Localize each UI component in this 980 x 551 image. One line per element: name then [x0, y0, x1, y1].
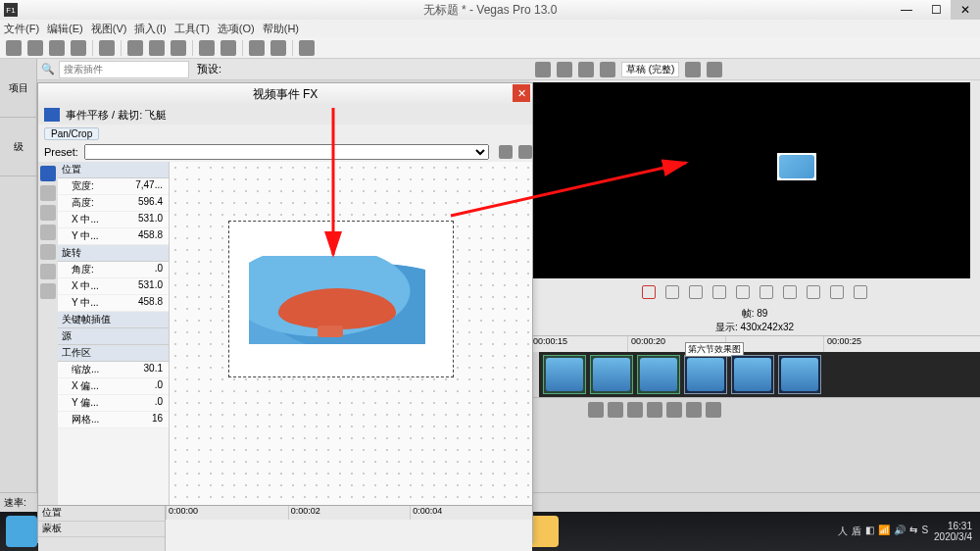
- clip-3[interactable]: [637, 355, 680, 394]
- play-start-button[interactable]: [689, 285, 703, 299]
- sidebar-tab-levels[interactable]: 级: [0, 118, 36, 176]
- help-icon[interactable]: [299, 40, 315, 56]
- prop-grid-value[interactable]: 16: [152, 413, 163, 426]
- play-button[interactable]: [712, 285, 726, 299]
- tl-tool-normal-icon[interactable]: [588, 402, 604, 418]
- prop-group-keyframe[interactable]: 关键帧插值: [58, 312, 169, 328]
- go-start-button[interactable]: [783, 285, 797, 299]
- props-icon[interactable]: [99, 40, 115, 56]
- timeline-ruler[interactable]: 00:00:15 00:00:20 00:00:25: [529, 336, 980, 352]
- tl-tool-split1-icon[interactable]: [666, 402, 682, 418]
- go-end-button[interactable]: [807, 285, 820, 299]
- preview-overlay-icon[interactable]: [685, 62, 701, 77]
- redo-icon[interactable]: [220, 40, 236, 56]
- crop-frame[interactable]: [228, 221, 454, 377]
- menu-view[interactable]: 视图(V): [91, 22, 127, 36]
- pause-button[interactable]: [736, 285, 750, 299]
- video-track[interactable]: 第六节效果图: [539, 352, 980, 397]
- tray-icon-2[interactable]: ◧: [865, 525, 874, 538]
- prop-yoff-value[interactable]: .0: [155, 396, 163, 410]
- fx-tool-magnify-icon[interactable]: [40, 205, 56, 221]
- copy-icon[interactable]: [149, 40, 165, 56]
- prop-group-rotation[interactable]: 旋转: [58, 245, 169, 262]
- prop-ycenter-value[interactable]: 458.8: [138, 229, 163, 243]
- tl-tool-zoom-icon[interactable]: [647, 402, 662, 418]
- next-frame-button[interactable]: [854, 285, 867, 299]
- save-icon[interactable]: [49, 40, 65, 56]
- fx-tool-zoom-icon[interactable]: [40, 185, 56, 201]
- fx-tool-ratio-icon[interactable]: [40, 283, 56, 299]
- fx-delete-preset-icon[interactable]: [518, 145, 532, 159]
- menu-file[interactable]: 文件(F): [4, 22, 39, 36]
- prop-group-workspace[interactable]: 工作区: [58, 345, 169, 362]
- open-icon[interactable]: [27, 40, 43, 56]
- new-icon[interactable]: [6, 40, 22, 56]
- tl-tool-select-icon[interactable]: [627, 402, 643, 418]
- fx-tl-row-position[interactable]: 位置: [38, 506, 165, 522]
- prop-rxcenter-value[interactable]: 531.0: [138, 279, 163, 293]
- prop-xcenter-value[interactable]: 531.0: [138, 213, 163, 226]
- record-button[interactable]: [642, 285, 656, 299]
- tl-tool-split3-icon[interactable]: [706, 402, 721, 418]
- preview-quality-dropdown[interactable]: 草稿 (完整): [621, 62, 679, 77]
- clip-1[interactable]: [543, 355, 586, 394]
- prop-angle-value[interactable]: .0: [155, 263, 163, 276]
- tray-icon-0[interactable]: 人: [838, 525, 848, 538]
- preview-device-icon[interactable]: [557, 62, 572, 77]
- cut-icon[interactable]: [127, 40, 143, 56]
- sidebar-tab-explorer[interactable]: 项目: [0, 59, 36, 118]
- maximize-button[interactable]: ☐: [921, 0, 951, 20]
- menu-edit[interactable]: 编辑(E): [47, 22, 83, 36]
- menu-insert[interactable]: 插入(I): [134, 22, 166, 36]
- prop-xoff-value[interactable]: .0: [155, 379, 163, 393]
- clip-5[interactable]: [731, 355, 774, 394]
- prev-frame-button[interactable]: [830, 285, 844, 299]
- fx-tool-snap-icon[interactable]: [40, 244, 56, 260]
- tl-tool-split2-icon[interactable]: [686, 402, 702, 418]
- pancrop-chip[interactable]: Pan/Crop: [44, 127, 99, 140]
- fx-preset-select[interactable]: [84, 144, 489, 160]
- fx-tool-normal-icon[interactable]: [40, 166, 56, 181]
- close-button[interactable]: ✕: [951, 0, 980, 20]
- fx-dialog-titlebar[interactable]: 视频事件 FX ✕: [38, 83, 532, 105]
- prop-width-value[interactable]: 7,47...: [135, 179, 163, 193]
- preview-split-icon[interactable]: [535, 62, 551, 77]
- tl-tool-envelope-icon[interactable]: [608, 402, 623, 418]
- menu-options[interactable]: 选项(O): [218, 22, 255, 36]
- loop-button[interactable]: [665, 285, 679, 299]
- preview-half-icon[interactable]: [600, 62, 615, 77]
- tray-icon-4[interactable]: 🔊: [894, 525, 906, 538]
- tray-icon-6[interactable]: S: [921, 525, 928, 538]
- fx-tool-lock-icon[interactable]: [40, 264, 56, 279]
- tray-icon-5[interactable]: ⇆: [909, 525, 917, 538]
- menu-tools[interactable]: 工具(T): [174, 22, 210, 36]
- fx-keyframe-ruler[interactable]: 0:00:00 0:00:02 0:00:04: [166, 506, 532, 551]
- fx-save-preset-icon[interactable]: [499, 145, 513, 159]
- prop-group-position[interactable]: 位置: [58, 162, 169, 178]
- minimize-button[interactable]: —: [892, 0, 921, 20]
- prop-rycenter-value[interactable]: 458.8: [138, 296, 163, 310]
- plugin-search-input[interactable]: [59, 61, 189, 78]
- prop-height-value[interactable]: 596.4: [138, 196, 163, 210]
- paste-icon[interactable]: [171, 40, 186, 56]
- prop-zoom-value[interactable]: 30.1: [144, 363, 163, 376]
- clip-2[interactable]: [590, 355, 633, 394]
- tray-icon-1[interactable]: 盾: [852, 525, 861, 538]
- snap-icon[interactable]: [249, 40, 265, 56]
- menu-help[interactable]: 帮助(H): [263, 22, 299, 36]
- stop-button[interactable]: [760, 285, 773, 299]
- preview-fx-icon[interactable]: [578, 62, 594, 77]
- pan-crop-canvas[interactable]: [170, 162, 532, 505]
- preview-copy-icon[interactable]: [707, 62, 722, 77]
- ripple-icon[interactable]: [270, 40, 286, 56]
- undo-icon[interactable]: [199, 40, 215, 56]
- render-icon[interactable]: [71, 40, 86, 56]
- clip-6[interactable]: [778, 355, 821, 394]
- fx-close-button[interactable]: ✕: [513, 84, 530, 102]
- prop-group-source[interactable]: 源: [58, 328, 169, 345]
- fx-tool-move-icon[interactable]: [40, 225, 56, 240]
- tray-icon-3[interactable]: 📶: [878, 525, 890, 538]
- clip-4[interactable]: 第六节效果图: [684, 355, 727, 394]
- fx-tl-row-mask[interactable]: 蒙板: [38, 522, 165, 537]
- taskbar-app-browser[interactable]: [6, 516, 37, 547]
